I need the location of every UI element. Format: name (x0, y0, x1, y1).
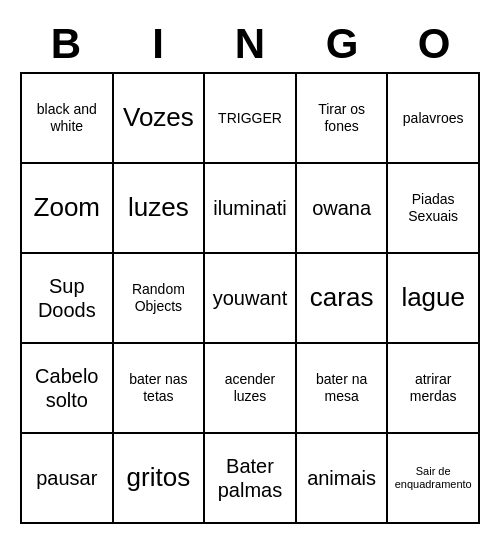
bingo-cell: luzes (114, 164, 206, 254)
cell-text: Zoom (34, 192, 100, 223)
letter-i: I (114, 20, 202, 68)
bingo-cell: Tirar os fones (297, 74, 389, 164)
bingo-grid: black and whiteVozesTRIGGERTirar os fone… (20, 72, 480, 524)
bingo-cell: Vozes (114, 74, 206, 164)
bingo-title: B I N G O (20, 20, 480, 68)
bingo-cell: Sair de enquadramento (388, 434, 480, 524)
bingo-cell: Piadas Sexuais (388, 164, 480, 254)
bingo-cell: Sup Doods (22, 254, 114, 344)
bingo-cell: gritos (114, 434, 206, 524)
cell-text: black and white (26, 101, 108, 135)
cell-text: caras (310, 282, 374, 313)
cell-text: acender luzes (209, 371, 291, 405)
cell-text: animais (307, 466, 376, 490)
bingo-cell: black and white (22, 74, 114, 164)
bingo-cell: caras (297, 254, 389, 344)
letter-g: G (298, 20, 386, 68)
bingo-cell: bater nas tetas (114, 344, 206, 434)
cell-text: Bater palmas (209, 454, 291, 502)
bingo-cell: Bater palmas (205, 434, 297, 524)
bingo-cell: lague (388, 254, 480, 344)
cell-text: pausar (36, 466, 97, 490)
bingo-cell: iluminati (205, 164, 297, 254)
cell-text: Tirar os fones (301, 101, 383, 135)
cell-text: youwant (213, 286, 288, 310)
bingo-cell: Random Objects (114, 254, 206, 344)
cell-text: lague (401, 282, 465, 313)
cell-text: gritos (127, 462, 191, 493)
bingo-cell: youwant (205, 254, 297, 344)
bingo-cell: Zoom (22, 164, 114, 254)
bingo-cell: owana (297, 164, 389, 254)
cell-text: TRIGGER (218, 110, 282, 127)
cell-text: Sair de enquadramento (392, 465, 474, 491)
bingo-cell: palavroes (388, 74, 480, 164)
cell-text: luzes (128, 192, 189, 223)
cell-text: Sup Doods (26, 274, 108, 322)
cell-text: Vozes (123, 102, 194, 133)
cell-text: bater nas tetas (118, 371, 200, 405)
cell-text: owana (312, 196, 371, 220)
bingo-cell: TRIGGER (205, 74, 297, 164)
bingo-cell: animais (297, 434, 389, 524)
cell-text: bater na mesa (301, 371, 383, 405)
bingo-cell: pausar (22, 434, 114, 524)
cell-text: iluminati (213, 196, 286, 220)
bingo-cell: Cabelo solto (22, 344, 114, 434)
cell-text: palavroes (403, 110, 464, 127)
cell-text: atrirar merdas (392, 371, 474, 405)
bingo-cell: acender luzes (205, 344, 297, 434)
bingo-cell: bater na mesa (297, 344, 389, 434)
letter-o: O (390, 20, 478, 68)
bingo-cell: atrirar merdas (388, 344, 480, 434)
bingo-card: B I N G O black and whiteVozesTRIGGERTir… (10, 10, 490, 534)
letter-n: N (206, 20, 294, 68)
cell-text: Cabelo solto (26, 364, 108, 412)
letter-b: B (22, 20, 110, 68)
cell-text: Piadas Sexuais (392, 191, 474, 225)
cell-text: Random Objects (118, 281, 200, 315)
